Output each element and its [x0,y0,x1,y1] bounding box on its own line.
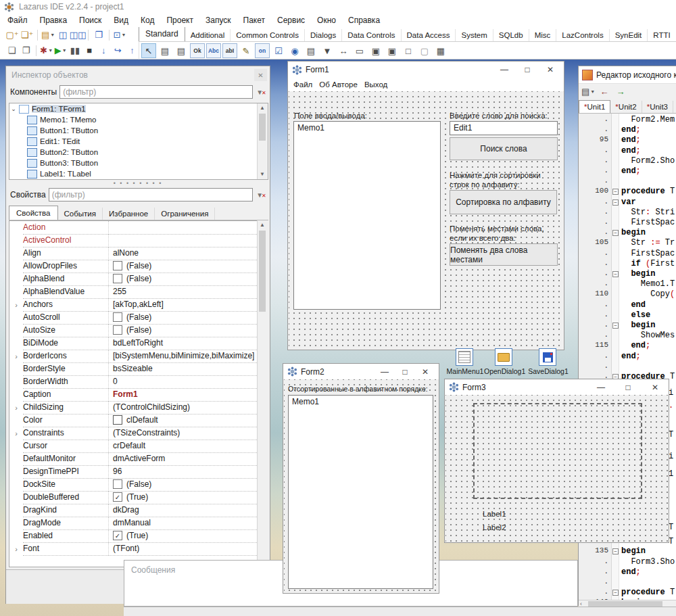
scroll-up-icon[interactable]: ▲ [258,220,267,230]
source-pages-button[interactable]: ❏ [5,44,18,57]
code-line[interactable]: end; [621,135,641,145]
property-row-cursor[interactable]: CursorcrDefault [9,440,257,452]
palette-tab-standard[interactable]: Standard [139,27,185,41]
filter-funnel-icon[interactable]: ▼✕ [256,89,267,96]
search-label[interactable]: Введите слово для поиска: [450,112,548,120]
code-line[interactable]: FirstSpac [621,249,675,258]
color-swatch[interactable] [113,415,122,425]
property-row-dragmode[interactable]: DragModedmManual [9,517,257,529]
property-row-enabled[interactable]: Enabled✓(True) [9,529,257,542]
code-line[interactable]: Str := Tr [621,238,675,247]
property-row-defaultmonitor[interactable]: DefaultMonitordmActiveForm [9,452,257,465]
tmainmenu-icon[interactable]: ▤ [158,43,172,58]
property-row-borderwidth[interactable]: BorderWidth0 [9,375,257,388]
palette-tab-dialogs[interactable]: Dialogs [305,29,342,41]
new-form-button[interactable]: ❏⁺ [20,28,34,41]
code-line[interactable]: end; [621,146,641,156]
pause-button[interactable]: ▮▮ [68,44,81,57]
code-line[interactable]: begin [621,321,655,330]
step-over-button[interactable]: ↪ [112,44,124,57]
sort-label-line2[interactable]: строк по алфавиту: [450,181,520,189]
components-filter-input[interactable] [59,85,253,99]
forward-icon[interactable]: → [614,85,627,98]
code-line[interactable]: Form2.Sho [621,156,675,166]
form1-menu-выход[interactable]: Выход [364,79,394,90]
step-into-button[interactable]: ↓ [97,44,110,57]
code-line[interactable]: begin [621,269,655,279]
inspector-tab-избранное[interactable]: Избранное [103,208,155,220]
back-icon[interactable]: ← [598,85,611,98]
ttogglebox-icon[interactable]: on [255,43,270,58]
palette-tab-additional[interactable]: Additional [185,29,231,41]
property-row-bordericons[interactable]: ›BorderIcons[biSystemMenu,biMinimize,biM… [9,350,257,362]
property-row-docksite[interactable]: DockSite(False) [9,478,257,491]
palette-tab-common-controls[interactable]: Common Controls [231,29,305,41]
property-row-bidimode[interactable]: BiDiModebdLeftToRight [9,337,257,350]
palette-tab-lazcontrols[interactable]: LazControls [556,29,609,41]
editor-tab-unit3[interactable]: *Unit3 [642,101,673,113]
fold-marker-icon[interactable]: − [612,189,619,195]
tgroupbox-icon[interactable]: ▭ [352,43,367,58]
new-unit-button[interactable]: ▢⁺ [5,28,19,41]
menu-Пакет[interactable]: Пакет [237,14,271,26]
tmemo-icon[interactable]: ✎ [239,43,254,58]
maximize-icon[interactable]: □ [395,367,414,377]
tree-item-form1[interactable]: ⌄Form1: TForm1 [9,103,268,114]
minimize-icon[interactable]: — [495,65,514,74]
scroll-down-icon[interactable]: ▼ [258,170,267,179]
close-icon[interactable]: ✕ [646,383,665,392]
code-line[interactable]: var [621,197,636,207]
palette-tab-data-controls[interactable]: Data Controls [342,29,401,41]
menu-Окно[interactable]: Окно [311,14,342,26]
code-line[interactable]: end; [621,567,641,577]
maximize-icon[interactable]: □ [619,383,637,392]
palette-tab-data-access[interactable]: Data Access [402,29,456,41]
palette-tab-misc[interactable]: Misc [529,29,557,41]
code-line[interactable]: end; [621,166,641,176]
palette-tab-synedit[interactable]: SynEdit [610,29,648,41]
cursor-tool-icon[interactable]: ↖ [141,43,156,58]
form3-design-surface[interactable]: Label1 Label2 [445,395,668,542]
code-line[interactable]: procedure T [621,187,675,196]
toggle-form-unit-button[interactable]: ❐ [20,44,32,57]
menu-Правка[interactable]: Правка [34,14,74,26]
fold-marker-icon[interactable]: − [612,199,619,206]
tedit-icon[interactable]: abI [222,43,237,58]
tpopupmenu-icon[interactable]: ▤ [174,43,189,58]
fold-marker-icon[interactable]: − [612,271,619,277]
source-editor-titlebar[interactable]: Редактор исходного кода [579,66,676,83]
io-label[interactable]: Поле ввода/вывода: [294,112,367,120]
swap-label-line1[interactable]: Поменять местами слова, [450,224,544,233]
savedialog-component[interactable] [539,348,556,366]
fold-marker-icon[interactable]: − [612,323,619,329]
property-row-action[interactable]: Action [9,221,257,234]
menu-Проект[interactable]: Проект [160,14,199,26]
tactionlist-icon[interactable]: ▦ [433,43,448,58]
property-row-allowdropfiles[interactable]: AllowDropFiles(False) [9,260,257,273]
tlabel-icon[interactable]: Abc [206,43,221,58]
tree-item-button3[interactable]: Button3: TButton [9,158,268,168]
menu-Сервис[interactable]: Сервис [271,14,311,26]
property-row-alphablend[interactable]: AlphaBlend(False) [9,273,257,285]
property-grid-scrollbar[interactable]: ▲ [257,220,269,567]
checkbox-icon[interactable]: ✓ [113,531,122,540]
save-all-button[interactable]: ◫◫ [71,28,84,41]
property-row-doublebuffered[interactable]: DoubleBuffered✓(True) [9,491,257,504]
close-icon[interactable]: ✕ [541,65,560,74]
build-mode-button[interactable]: ✱▼ [40,44,53,57]
tcheckgroup-icon[interactable]: ▣ [385,43,400,58]
tcheckbox-icon[interactable]: ☑ [271,43,286,58]
scroll-thumb[interactable] [259,114,266,141]
property-row-autosize[interactable]: AutoSize(False) [9,324,257,337]
tbutton-icon[interactable]: Ok [190,43,205,58]
palette-tab-sqldb[interactable]: SQLdb [493,29,529,41]
code-line[interactable]: begin [621,546,646,556]
form3-titlebar[interactable]: Form3 — □ ✕ [445,379,669,395]
checkbox-icon[interactable] [113,261,122,270]
editor-tab-unit2[interactable]: *Unit2 [610,101,642,113]
form1-menu-файл[interactable]: Файл [293,79,319,90]
code-line[interactable]: end [621,300,646,310]
tpanel-icon[interactable]: □ [401,43,416,58]
property-row-constraints[interactable]: ›Constraints(TSizeConstraints) [9,427,257,440]
scroll-thumb[interactable] [588,601,662,607]
